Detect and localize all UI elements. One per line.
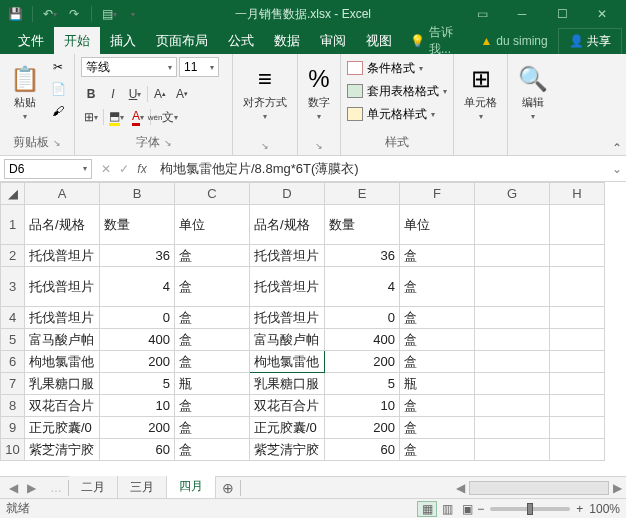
paste-button[interactable]: 📋 粘贴 ▾ xyxy=(6,57,44,129)
cell[interactable] xyxy=(550,205,605,245)
font-name-selector[interactable]: 等线▾ xyxy=(81,57,177,77)
editing-button[interactable]: 🔍编辑▾ xyxy=(514,57,552,129)
row-header[interactable]: 4 xyxy=(1,307,25,329)
decrease-font-button[interactable]: A▾ xyxy=(172,84,192,104)
expand-formula-bar-button[interactable]: ⌄ xyxy=(608,162,626,176)
minimize-button[interactable]: ─ xyxy=(502,0,542,28)
cell[interactable]: 乳果糖口服 xyxy=(25,373,100,395)
redo-button[interactable]: ↷ xyxy=(63,3,85,25)
cell[interactable]: 盒 xyxy=(175,329,250,351)
cell[interactable]: 0 xyxy=(100,307,175,329)
cell[interactable]: 品名/规格 xyxy=(25,205,100,245)
col-header[interactable]: G xyxy=(475,183,550,205)
row-header[interactable]: 10 xyxy=(1,439,25,461)
cell[interactable]: 盒 xyxy=(175,245,250,267)
add-sheet-button[interactable]: ⊕ xyxy=(216,480,240,496)
row-header[interactable]: 3 xyxy=(1,267,25,307)
formula-input[interactable] xyxy=(156,159,608,179)
tab-review[interactable]: 审阅 xyxy=(310,27,356,55)
format-painter-button[interactable]: 🖌 xyxy=(48,101,68,121)
sheet-tab-active[interactable]: 四月 xyxy=(167,475,216,500)
cell[interactable]: 瓶 xyxy=(400,373,475,395)
fill-color-button[interactable]: ⬒▾ xyxy=(106,107,126,127)
col-header[interactable]: D xyxy=(250,183,325,205)
col-header[interactable]: A xyxy=(25,183,100,205)
cell[interactable]: 双花百合片 xyxy=(250,395,325,417)
zoom-slider[interactable] xyxy=(490,507,570,511)
normal-view-button[interactable]: ▦ xyxy=(417,501,437,517)
cell[interactable]: 瓶 xyxy=(175,373,250,395)
font-dialog-launcher[interactable]: ↘ xyxy=(164,138,172,148)
sheet-tab[interactable]: 二月 xyxy=(69,476,118,499)
bold-button[interactable]: B xyxy=(81,84,101,104)
cell[interactable]: 盒 xyxy=(175,395,250,417)
cell[interactable]: 正元胶囊/0 xyxy=(250,417,325,439)
cell[interactable]: 盒 xyxy=(400,329,475,351)
number-format-button[interactable]: %数字▾ xyxy=(304,57,334,129)
italic-button[interactable]: I xyxy=(103,84,123,104)
cell[interactable]: 4 xyxy=(325,267,400,307)
page-layout-view-button[interactable]: ▥ xyxy=(437,501,457,517)
cell[interactable]: 紫芝清宁胶 xyxy=(250,439,325,461)
cell[interactable]: 富马酸卢帕 xyxy=(250,329,325,351)
col-header[interactable]: B xyxy=(100,183,175,205)
close-button[interactable]: ✕ xyxy=(582,0,622,28)
cell[interactable]: 盒 xyxy=(400,307,475,329)
cell[interactable]: 盒 xyxy=(400,439,475,461)
cell[interactable]: 数量 xyxy=(100,205,175,245)
clipboard-dialog-launcher[interactable]: ↘ xyxy=(53,138,61,148)
cell[interactable]: 盒 xyxy=(400,395,475,417)
row-header[interactable]: 7 xyxy=(1,373,25,395)
cell[interactable]: 托伐普坦片 xyxy=(250,307,325,329)
sheet-tab[interactable]: 三月 xyxy=(118,476,167,499)
cell[interactable]: 5 xyxy=(100,373,175,395)
cell-selected[interactable]: 枸地氯雷他 xyxy=(250,351,325,373)
font-color-button[interactable]: A▾ xyxy=(128,107,148,127)
cell-styles-button[interactable]: 单元格样式 ▾ xyxy=(347,103,447,125)
cell[interactable]: 36 xyxy=(325,245,400,267)
cell[interactable]: 60 xyxy=(325,439,400,461)
row-header[interactable]: 8 xyxy=(1,395,25,417)
user-account[interactable]: ▲du siming xyxy=(474,34,553,48)
alignment-button[interactable]: ≡对齐方式▾ xyxy=(239,57,291,129)
cell[interactable]: 200 xyxy=(325,351,400,373)
row-header[interactable]: 9 xyxy=(1,417,25,439)
copy-button[interactable]: 📄 xyxy=(48,79,68,99)
zoom-out-button[interactable]: − xyxy=(477,502,484,516)
cell[interactable]: 托伐普坦片 xyxy=(250,267,325,307)
cell[interactable]: 托伐普坦片 xyxy=(250,245,325,267)
cut-button[interactable]: ✂ xyxy=(48,57,68,77)
cell[interactable]: 盒 xyxy=(400,267,475,307)
cell[interactable]: 双花百合片 xyxy=(25,395,100,417)
cell[interactable]: 盒 xyxy=(175,307,250,329)
cell[interactable]: 5 xyxy=(325,373,400,395)
hscroll-left[interactable]: ◀ xyxy=(452,481,469,495)
maximize-button[interactable]: ☐ xyxy=(542,0,582,28)
cell[interactable]: 富马酸卢帕 xyxy=(25,329,100,351)
cell[interactable]: 紫芝清宁胶 xyxy=(25,439,100,461)
border-button[interactable]: ⊞▾ xyxy=(81,107,101,127)
col-header[interactable]: E xyxy=(325,183,400,205)
collapse-ribbon-button[interactable]: ⌃ xyxy=(608,54,626,155)
row-header[interactable]: 6 xyxy=(1,351,25,373)
font-size-selector[interactable]: 11▾ xyxy=(179,57,219,77)
align-dialog-launcher[interactable]: ↘ xyxy=(261,141,269,151)
unknown-qat-button[interactable]: ▤▾ xyxy=(98,3,120,25)
cell[interactable]: 单位 xyxy=(175,205,250,245)
enter-formula-button[interactable]: ✓ xyxy=(116,162,132,176)
select-all-corner[interactable]: ◢ xyxy=(1,183,25,205)
underline-button[interactable]: U▾ xyxy=(125,84,145,104)
cell[interactable]: 枸地氯雷他 xyxy=(25,351,100,373)
cell[interactable]: 200 xyxy=(100,417,175,439)
col-header[interactable]: F xyxy=(400,183,475,205)
cell[interactable]: 400 xyxy=(325,329,400,351)
tell-me[interactable]: 💡 告诉我... xyxy=(402,24,474,58)
row-header[interactable]: 2 xyxy=(1,245,25,267)
col-header[interactable]: C xyxy=(175,183,250,205)
phonetic-button[interactable]: wén文▾ xyxy=(153,107,173,127)
cell[interactable]: 托伐普坦片 xyxy=(25,245,100,267)
horizontal-scrollbar[interactable] xyxy=(469,481,609,495)
cell[interactable]: 10 xyxy=(325,395,400,417)
cell[interactable]: 10 xyxy=(100,395,175,417)
cells-button[interactable]: ⊞单元格▾ xyxy=(460,57,501,129)
